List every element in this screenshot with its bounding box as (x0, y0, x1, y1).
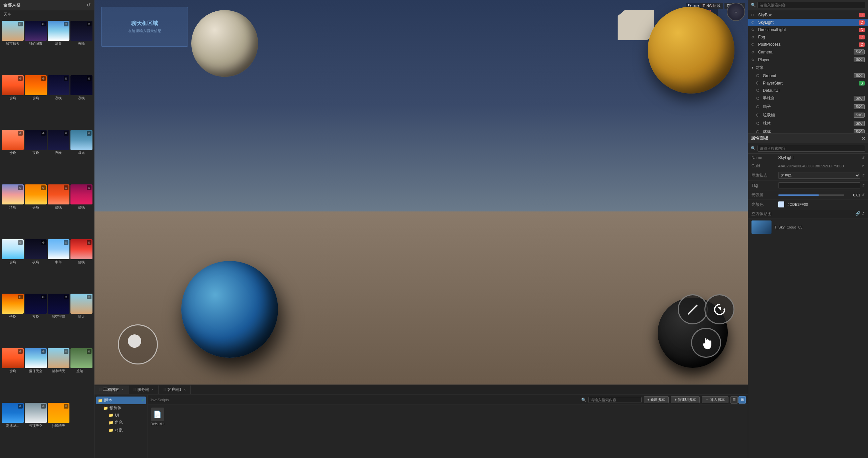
sky-item-16[interactable]: ⊕傍晚 (2, 239, 24, 293)
sky-item-8[interactable]: ⊕傍晚 (2, 130, 24, 183)
viewport[interactable]: 聊天框区域 在这里输入聊天信息 Frame: 17.25ms Game: 7.0… (94, 0, 748, 384)
prop-tag-reset[interactable]: ↺ (862, 183, 865, 188)
sky-item-img-13: ⊕ (25, 184, 47, 204)
prop-intensity-label: 光强度 (751, 192, 778, 198)
scene-item-5[interactable]: ◇CameraS&C (748, 48, 868, 56)
object-item-5[interactable]: ⬡垃圾桶S&C (748, 111, 868, 119)
object-item-4[interactable]: ⬡箱子S&C (748, 103, 868, 111)
sky-item-28[interactable]: ⊕赛博城… (2, 403, 24, 456)
sky-item-18[interactable]: ⊕中午 (48, 239, 70, 293)
prop-guid-reset[interactable]: ↺ (862, 164, 865, 168)
sky-item-icon-12: ⊕ (18, 185, 23, 190)
tab-close-1[interactable]: × (152, 388, 154, 392)
prop-name-reset[interactable]: ↺ (862, 156, 865, 160)
file-tree-material[interactable]: 📁 材质 (107, 426, 146, 434)
properties-close-btn[interactable]: ✕ (862, 136, 865, 141)
joystick[interactable] (118, 324, 158, 365)
sky-item-11[interactable]: ⊕极光 (70, 130, 92, 183)
roll-button[interactable] (705, 294, 735, 324)
import-script-btn[interactable]: → 导入脚本 (702, 396, 728, 403)
sky-item-22[interactable]: ⊕深空宇宙 (48, 294, 70, 347)
file-tree-scripts[interactable]: 📁 脚本 ✓ (96, 397, 146, 404)
file-tree-ui[interactable]: 📁 UI (107, 412, 146, 419)
prop-color-value: #CDE3FF00 (787, 202, 808, 206)
prop-netstatus-select[interactable]: 客户端 服务端 双端 (778, 172, 860, 179)
object-item-6[interactable]: ⬡球体S&C (748, 119, 868, 127)
new-script-btn[interactable]: + 新建脚本 (644, 396, 669, 403)
sky-item-10[interactable]: ⊕夜晚 (48, 130, 70, 183)
sky-item-14[interactable]: ⊕傍晚 (48, 184, 70, 238)
scene-item-6[interactable]: ◇PlayerS&C (748, 56, 868, 63)
tab-close-2[interactable]: × (184, 388, 186, 392)
sky-item-27[interactable]: ⊕丘陵… (70, 348, 92, 402)
object-item-2[interactable]: ⬡DefaultUI (748, 87, 868, 94)
sky-item-15[interactable]: ⊕傍晚 (70, 184, 92, 238)
properties-search-input[interactable] (757, 145, 865, 152)
sky-item-img-6: ⊕ (48, 75, 70, 95)
object-item-3[interactable]: ⬡手球台S&C (748, 94, 868, 103)
sky-item-img-12: ⊕ (2, 184, 24, 204)
prop-intensity-slider[interactable] (778, 194, 844, 196)
sky-item-13[interactable]: ⊕傍晚 (25, 184, 47, 238)
prop-netstatus-reset[interactable]: ↺ (862, 173, 865, 178)
sky-item-4[interactable]: ⊕傍晚 (2, 75, 24, 128)
sky-item-25[interactable]: ⊕蛋仔天空 (25, 348, 47, 402)
scene-item-3[interactable]: ◇FogC (748, 33, 868, 41)
sky-item-2[interactable]: ⊕清晨 (48, 21, 70, 74)
asset-defaultui[interactable]: 📄 DefaultUI (151, 407, 164, 426)
sky-item-icon-23: ⊕ (87, 295, 91, 299)
sky-item-5[interactable]: ⊕傍晚 (25, 75, 47, 128)
object-item-7[interactable]: ⬡球体S&C (748, 127, 868, 133)
sky-item-6[interactable]: ⊕夜晚 (48, 75, 70, 128)
scene-item-2[interactable]: ◇DirectionalLightC (748, 26, 868, 33)
new-ui-script-btn[interactable]: + 新建UI脚本 (671, 396, 700, 403)
sky-item-icon-18: ⊕ (64, 240, 68, 245)
sky-item-img-25: ⊕ (25, 348, 47, 368)
file-tree-role[interactable]: 📁 角色 (107, 419, 146, 426)
object-item-0[interactable]: ⬡GroundS&C (748, 72, 868, 80)
sky-item-12[interactable]: ⊕清晨 (2, 184, 24, 238)
sky-item-7[interactable]: ⊕夜晚 (70, 75, 92, 128)
list-view-btn[interactable]: ☰ (731, 396, 738, 404)
bottom-panel: ⠿工程内容×⠿服务端×⠿客户端1× 📁 脚本 ✓ 📁 预制体 📁 (94, 384, 748, 458)
scene-item-4[interactable]: ◇PostProcessC (748, 41, 868, 48)
scene-item-icon-2: ◇ (751, 27, 756, 32)
prop-tag-input[interactable] (778, 182, 860, 189)
sky-item-26[interactable]: ⊕城市晴天 (48, 348, 70, 402)
tab-close-0[interactable]: × (122, 388, 124, 392)
sky-item-17[interactable]: ⊕夜晚 (25, 239, 47, 293)
sky-item-23[interactable]: ⊕晴天 (70, 294, 92, 347)
bottom-search-input[interactable] (588, 397, 642, 403)
file-tree-prefab[interactable]: 📁 预制体 (101, 404, 146, 412)
object-icon-5: ⬡ (756, 113, 761, 118)
sky-item-21[interactable]: ⊕夜晚 (25, 294, 47, 347)
bottom-tab-0[interactable]: ⠿工程内容× (94, 385, 128, 394)
objects-section-header[interactable]: ▼对象 (748, 63, 868, 72)
sky-item-19[interactable]: ⊕傍晚 (70, 239, 92, 293)
prop-intensity-reset[interactable]: ↺ (862, 193, 865, 197)
sky-item-20[interactable]: ⊕傍晚 (2, 294, 24, 347)
scene-item-1[interactable]: ◇SkyLightC (748, 19, 868, 26)
scene-item-0[interactable]: □SkyBoxC (748, 11, 868, 19)
scene-item-badge-4: C (859, 42, 865, 47)
left-panel-refresh-icon[interactable]: ↺ (87, 2, 91, 8)
attack-button[interactable] (678, 294, 708, 324)
object-item-1[interactable]: ⬡PlayerStartS (748, 80, 868, 87)
scene-search-input[interactable] (757, 2, 865, 8)
sky-item-29[interactable]: ⊕云顶天空 (25, 403, 47, 456)
sky-item-3[interactable]: ⊕夜晚 (70, 21, 92, 74)
bottom-tab-2[interactable]: ⠿客户端1× (159, 385, 191, 394)
bottom-tab-1[interactable]: ⠿服务端× (128, 385, 159, 394)
skybox-grid: ⊕城市晴天⊕科幻城市⊕清晨⊕夜晚⊕傍晚⊕傍晚⊕夜晚⊕夜晚⊕傍晚⊕夜晚⊕夜晚⊕极光… (0, 19, 94, 458)
cubemap-preview[interactable] (751, 221, 772, 234)
ping-button[interactable]: PING 区域 (701, 3, 723, 9)
interact-button[interactable] (691, 328, 721, 358)
sky-item-1[interactable]: ⊕科幻城市 (25, 21, 47, 74)
sky-item-9[interactable]: ⊕夜晚 (25, 130, 47, 183)
sky-item-label-8: 傍晚 (2, 150, 24, 156)
prop-color-swatch[interactable] (778, 201, 784, 207)
sky-item-30[interactable]: ⊕沙漠晴天 (48, 403, 70, 456)
grid-view-btn[interactable]: ⊞ (739, 396, 746, 404)
sky-item-0[interactable]: ⊕城市晴天 (2, 21, 24, 74)
sky-item-24[interactable]: ⊕傍晚 (2, 348, 24, 402)
